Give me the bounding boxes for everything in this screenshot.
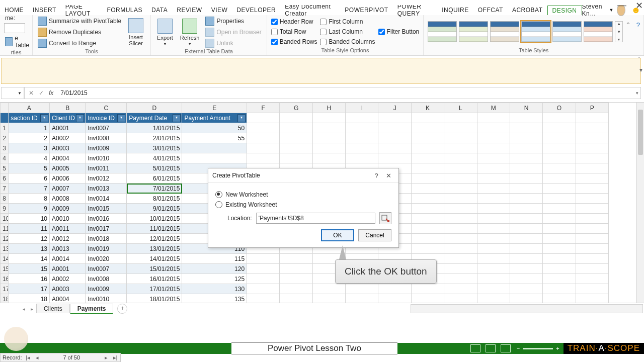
cell[interactable]	[477, 224, 510, 234]
column-header[interactable]: D	[127, 103, 182, 113]
cell[interactable]: Inv0012	[86, 173, 127, 184]
cell[interactable]	[411, 123, 444, 133]
filter-dropdown-icon[interactable]: ▾	[117, 114, 125, 122]
refresh-button[interactable]: Refresh▼	[178, 18, 202, 47]
cell[interactable]: Inv0016	[86, 214, 127, 224]
cell[interactable]	[510, 194, 542, 204]
cell[interactable]	[576, 163, 608, 173]
view-switcher[interactable]	[470, 344, 511, 352]
cell[interactable]: 1/01/2015	[127, 123, 182, 133]
cell[interactable]: Inv0008	[86, 274, 127, 284]
cell[interactable]	[280, 284, 312, 294]
total-row-checkbox[interactable]: Total Row	[271, 28, 317, 35]
cell[interactable]	[477, 204, 510, 214]
cell[interactable]	[247, 153, 280, 163]
cell[interactable]: 11	[9, 224, 50, 234]
table-header-cell[interactable]	[378, 113, 411, 123]
cell[interactable]	[510, 143, 542, 153]
cell[interactable]	[510, 264, 542, 274]
cell[interactable]	[280, 133, 312, 143]
cell[interactable]	[378, 143, 411, 153]
cell[interactable]: A0001	[50, 123, 86, 133]
cell[interactable]	[280, 264, 312, 274]
window-close-button[interactable]: ✕	[635, 0, 643, 11]
cell[interactable]	[411, 204, 444, 214]
cell[interactable]: 13/01/2015	[127, 244, 182, 254]
dialog-close-button[interactable]: ✕	[382, 172, 394, 179]
table-header-cell[interactable]	[510, 113, 542, 123]
cell[interactable]	[411, 224, 444, 234]
open-in-browser-button[interactable]: Open in Browser	[204, 27, 262, 37]
first-column-checkbox[interactable]: First Column	[320, 18, 375, 25]
cell[interactable]	[543, 244, 576, 254]
cell[interactable]	[411, 184, 444, 194]
cell[interactable]: 16	[9, 274, 50, 284]
cell[interactable]	[543, 204, 576, 214]
cell[interactable]	[477, 194, 510, 204]
enter-entry-icon[interactable]: ✓	[39, 89, 44, 97]
filter-dropdown-icon[interactable]: ▾	[76, 114, 84, 122]
cell[interactable]: Inv0018	[86, 234, 127, 244]
cell[interactable]: 15/01/2015	[127, 264, 182, 274]
cell[interactable]: A0012	[50, 234, 86, 244]
table-header-cell[interactable]	[280, 113, 312, 123]
cell[interactable]	[576, 204, 608, 214]
cell[interactable]: 16/01/2015	[127, 274, 182, 284]
cell[interactable]	[444, 214, 477, 224]
row-header[interactable]: 1	[1, 123, 9, 133]
table-header-cell[interactable]	[444, 113, 477, 123]
cell[interactable]	[576, 244, 608, 254]
dialog-help-button[interactable]: ?	[370, 172, 382, 179]
cell[interactable]	[346, 284, 378, 294]
table-header-cell[interactable]: Payment Amount▾	[182, 113, 247, 123]
cell[interactable]	[477, 184, 510, 194]
cell[interactable]: 120	[182, 264, 247, 274]
column-header[interactable]: P	[576, 103, 608, 113]
cell[interactable]	[576, 133, 608, 143]
ribbon-tab-powerpivot[interactable]: POWERPIVOT	[340, 6, 392, 15]
cell[interactable]	[510, 224, 542, 234]
cell[interactable]	[576, 264, 608, 274]
cell[interactable]	[247, 284, 280, 294]
cell[interactable]: A0001	[50, 264, 86, 274]
sheet-nav-next[interactable]: ▸	[28, 306, 35, 312]
column-header[interactable]: I	[346, 103, 378, 113]
resize-table-button[interactable]: e Table	[4, 34, 32, 49]
cell[interactable]	[444, 234, 477, 244]
ribbon-tab-insert[interactable]: INSERT	[28, 6, 61, 15]
cell[interactable]: 125	[182, 274, 247, 284]
cell[interactable]	[411, 284, 444, 294]
cell[interactable]: A0002	[50, 274, 86, 284]
summarize-pivot-button[interactable]: Summarize with PivotTable	[37, 16, 122, 26]
cell[interactable]	[477, 143, 510, 153]
cell[interactable]: 7/01/2015	[127, 184, 182, 194]
table-header-cell[interactable]: Client ID▾	[50, 113, 86, 123]
cell[interactable]	[543, 153, 576, 163]
cell[interactable]: Inv0011	[86, 163, 127, 173]
ribbon-tab-offcat[interactable]: OFFCAT	[473, 6, 508, 15]
cell[interactable]	[346, 153, 378, 163]
cell[interactable]	[477, 264, 510, 274]
properties-button[interactable]: Properties	[204, 16, 262, 26]
banded-rows-checkbox[interactable]: Banded Rows	[271, 38, 317, 45]
cell[interactable]: A0011	[50, 224, 86, 234]
cell[interactable]	[280, 123, 312, 133]
cell[interactable]	[510, 173, 542, 184]
column-header[interactable]: N	[510, 103, 542, 113]
row-header[interactable]: 4	[1, 153, 9, 163]
cell[interactable]	[411, 244, 444, 254]
cell[interactable]	[411, 234, 444, 244]
cell[interactable]: 12	[9, 234, 50, 244]
cell[interactable]	[576, 234, 608, 244]
cell[interactable]	[346, 143, 378, 153]
cell[interactable]	[543, 214, 576, 224]
cell[interactable]	[477, 173, 510, 184]
cell[interactable]: Inv0014	[86, 194, 127, 204]
cell[interactable]	[477, 234, 510, 244]
cell[interactable]: 50	[182, 123, 247, 133]
window-minimize-button[interactable]: —	[617, 0, 626, 11]
cell[interactable]: Inv0013	[86, 184, 127, 194]
cell[interactable]	[444, 284, 477, 294]
cell[interactable]	[576, 274, 608, 284]
cell[interactable]	[312, 143, 345, 153]
